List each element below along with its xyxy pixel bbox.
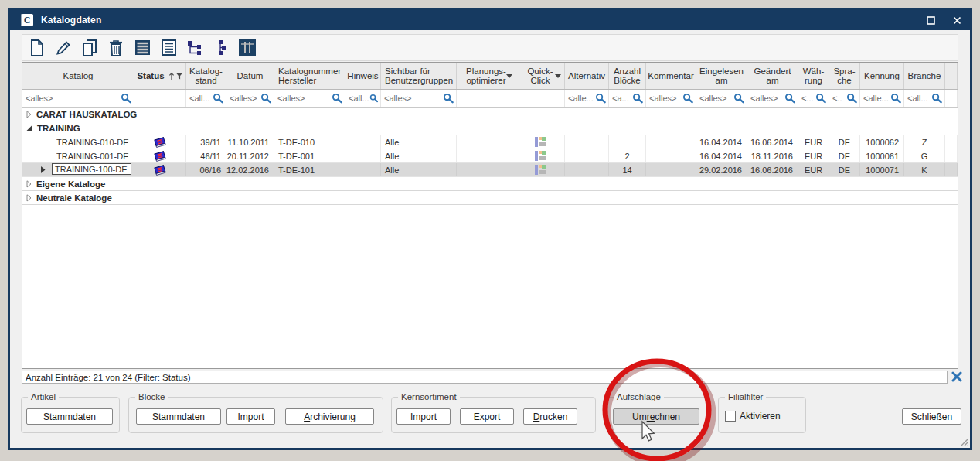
filter-input-sprache[interactable]: <..	[829, 90, 860, 107]
expand-expanded-icon[interactable]	[26, 125, 32, 131]
list-view-filled-button[interactable]	[132, 38, 152, 58]
bloecke-archivierung-button[interactable]: Archivierung	[285, 408, 374, 425]
edit-catalog-button[interactable]	[53, 38, 73, 58]
search-icon[interactable]	[595, 93, 606, 104]
search-icon[interactable]	[784, 93, 795, 104]
filter-input-waehrung[interactable]: <...	[798, 90, 829, 107]
groupbox-bloecke-label: Blöcke	[135, 392, 168, 402]
search-icon[interactable]	[260, 93, 271, 104]
column-header-katalog[interactable]: Katalog	[22, 63, 134, 89]
filter-input-katalognummer[interactable]: <alles>	[274, 90, 345, 107]
column-header-anzahl-bloecke[interactable]: Anzahl Blöcke	[609, 63, 646, 89]
filter-input-eingelesen-am[interactable]: <alles>	[696, 90, 747, 107]
kernsortiment-import-button[interactable]: Import	[396, 408, 451, 425]
column-header-kommentar[interactable]: Kommentar	[646, 63, 696, 89]
search-icon[interactable]	[931, 93, 942, 104]
column-header-sprache[interactable]: Spra- che	[829, 63, 860, 89]
filialfilter-aktivieren-checkbox[interactable]: Aktivieren	[725, 411, 781, 422]
list-view-outline-button[interactable]	[158, 38, 179, 58]
table-row-training-001-de[interactable]: TRAINING-001-DE 46/11 20.11.2012 T-DE-00…	[22, 149, 958, 163]
column-header-alternativ[interactable]: Alternativ	[565, 63, 609, 89]
column-header-quickclick[interactable]: Quick- Click	[516, 63, 565, 89]
kernsortiment-export-button[interactable]: Export	[460, 408, 514, 425]
delete-catalog-button[interactable]	[106, 38, 126, 58]
column-header-status[interactable]: Status	[134, 63, 186, 89]
search-icon[interactable]	[733, 93, 744, 104]
search-icon[interactable]	[846, 93, 857, 104]
column-header-datum[interactable]: Datum	[226, 63, 274, 89]
kernsortiment-drucken-button[interactable]: Drucken	[523, 408, 577, 425]
copy-catalog-button[interactable]	[80, 38, 100, 58]
cell-katalogstand: 46/11	[186, 149, 226, 162]
column-header-hinweis[interactable]: Hinweis	[345, 63, 381, 89]
filter-input-branche[interactable]: <all...	[904, 90, 945, 107]
column-header-branche[interactable]: Branche	[904, 63, 945, 89]
cell-branche: G	[904, 149, 945, 162]
search-icon[interactable]	[890, 93, 901, 104]
cell-sprache: DE	[829, 149, 860, 162]
title-bar[interactable]: C Katalogdaten	[10, 10, 970, 30]
group-row-neutrale-kataloge[interactable]: Neutrale Kataloge	[22, 191, 958, 205]
aufschlaege-umrechnen-button[interactable]: Umrechnen	[613, 408, 699, 425]
expand-collapsed-icon[interactable]	[26, 194, 32, 202]
column-header-geaendert-am[interactable]: Geändert am	[747, 63, 798, 89]
filter-input-sichtbar[interactable]: <alles>	[381, 90, 457, 107]
expand-collapsed-icon[interactable]	[26, 111, 32, 118]
search-icon[interactable]	[213, 93, 223, 104]
filter-input-status[interactable]	[134, 90, 186, 107]
column-header-sichtbar[interactable]: Sichtbar für Benutzergruppen	[381, 63, 457, 89]
cell-katalog[interactable]: TRAINING-010-DE	[22, 135, 134, 149]
column-header-waehrung[interactable]: Wäh- rung	[798, 63, 829, 89]
filter-input-alternativ[interactable]: <alle...	[565, 90, 609, 107]
search-icon[interactable]	[682, 93, 693, 104]
filter-input-kennung[interactable]: <alle...	[860, 90, 904, 107]
filter-input-anzahl-bloecke[interactable]: <a...	[609, 90, 646, 107]
dropdown-arrow-icon[interactable]	[555, 74, 561, 78]
cell-sichtbar: Alle	[381, 163, 457, 176]
search-icon[interactable]	[369, 93, 378, 104]
schliessen-button[interactable]: Schließen	[902, 408, 961, 425]
filter-input-geaendert-am[interactable]: <alles>	[747, 90, 798, 107]
filter-input-kommentar[interactable]: <alles>	[646, 90, 696, 107]
search-icon[interactable]	[632, 93, 643, 104]
group-row-training[interactable]: TRAINING	[22, 121, 958, 135]
checkbox-box[interactable]	[725, 411, 736, 422]
bloecke-import-button[interactable]: Import	[226, 408, 275, 425]
filter-input-quickclick[interactable]	[516, 90, 565, 107]
inline-edit-box[interactable]: TRAINING-100-DE	[52, 163, 131, 175]
resize-grip[interactable]	[959, 435, 968, 445]
bloecke-stammdaten-button[interactable]: Stammdaten	[136, 408, 221, 425]
filter-funnel-icon	[175, 72, 183, 80]
filter-input-katalog[interactable]: <alles>	[22, 90, 134, 107]
group-row-eigene-kataloge[interactable]: Eigene Kataloge	[22, 177, 958, 191]
column-header-kennung[interactable]: Kennung	[860, 63, 904, 89]
tree-view-button[interactable]	[185, 38, 205, 58]
filter-input-datum[interactable]: <alles>	[226, 90, 274, 107]
table-view-button[interactable]	[237, 38, 257, 58]
search-icon[interactable]	[443, 93, 454, 104]
search-icon[interactable]	[121, 93, 131, 104]
column-header-eingelesen-am[interactable]: Eingelesen am	[696, 63, 747, 89]
column-header-planungsoptimierer[interactable]: Planungs- optimierer	[457, 63, 516, 89]
search-icon[interactable]	[332, 93, 342, 104]
table-row-training-100-de-selected[interactable]: TRAINING-100-DE 06/16 12.02.2016 T-DE-10…	[22, 163, 958, 177]
clear-filter-button[interactable]	[951, 371, 962, 382]
column-header-katalognummer[interactable]: Katalognummer Hersteller	[274, 63, 345, 89]
new-catalog-button[interactable]	[27, 38, 47, 58]
search-icon[interactable]	[815, 93, 826, 104]
expand-collapsed-icon[interactable]	[26, 180, 32, 188]
dropdown-arrow-icon[interactable]	[506, 74, 512, 78]
table-row-training-010-de[interactable]: TRAINING-010-DE 39/11 11.10.2011 T-DE-01…	[22, 135, 958, 149]
filter-input-hinweis[interactable]: <all...	[345, 90, 381, 107]
filter-input-katalogstand[interactable]: <all...	[186, 90, 226, 107]
group-row-carat-hauskatalog[interactable]: CARAT HAUSKATALOG	[22, 108, 958, 121]
cell-katalog[interactable]: TRAINING-001-DE	[22, 149, 134, 162]
cell-katalog[interactable]: TRAINING-100-DE	[22, 163, 134, 176]
filter-input-planungsoptimierer[interactable]	[457, 90, 516, 107]
column-header-katalogstand[interactable]: Katalog- stand	[186, 63, 226, 89]
close-button[interactable]	[951, 15, 962, 26]
maximize-button[interactable]	[925, 15, 936, 26]
cell-branche: Z	[904, 135, 945, 149]
hierarchy-view-button[interactable]	[211, 38, 231, 58]
artikel-stammdaten-button[interactable]: Stammdaten	[26, 408, 113, 425]
